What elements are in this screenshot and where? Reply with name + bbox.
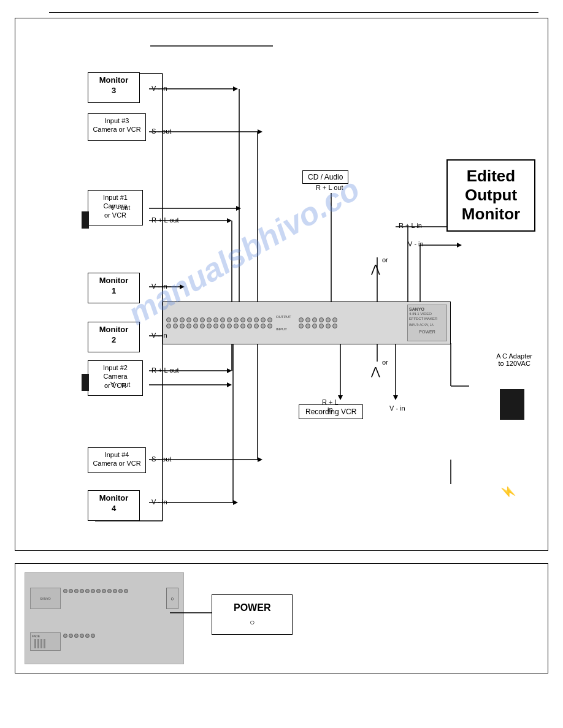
label-or1: or <box>382 256 388 264</box>
label-r-l-out-input1: R + L out <box>151 216 179 224</box>
input4-box: Input #4Camera or VCR <box>88 447 146 473</box>
vcr-indicator-1 <box>82 211 89 229</box>
monitor2-box: Monitor2 <box>88 322 140 352</box>
knob <box>166 324 171 328</box>
svg-marker-6 <box>236 206 241 211</box>
knob <box>326 324 331 328</box>
knob <box>193 324 198 328</box>
knob <box>180 324 185 328</box>
ac-adapter-label: A C Adapterto 120VAC <box>496 352 532 367</box>
knob <box>254 317 259 322</box>
power-plug-symbol: ⚡ <box>501 484 516 499</box>
knob <box>227 324 232 328</box>
label-v-in-monitor2: V - in <box>151 332 167 339</box>
knob-col-4 <box>186 317 191 328</box>
power-circle: ○ <box>234 617 270 627</box>
knob-col-6 <box>200 317 205 328</box>
label-s-out-input4: S - out <box>151 455 171 463</box>
knob <box>234 324 239 328</box>
knob <box>319 324 324 328</box>
knob-col-11 <box>234 317 239 328</box>
power-label: POWER <box>234 602 270 613</box>
ac-adapter-block <box>500 389 524 420</box>
knob <box>220 317 225 322</box>
label-v-out-input1: V - out <box>110 204 130 211</box>
knob-col-3 <box>180 317 185 328</box>
device-label-input: INPUT <box>276 327 291 331</box>
label-v-in-monitor4: V - in <box>151 498 167 506</box>
monitor1-box: Monitor1 <box>88 273 140 303</box>
knob <box>173 317 178 322</box>
knob <box>312 324 317 328</box>
page-container: manualsbhivo.co <box>0 0 563 728</box>
knob <box>207 324 212 328</box>
knob <box>213 317 218 322</box>
power-callout: POWER ○ <box>212 594 293 635</box>
label-or2: or <box>382 358 388 366</box>
knob <box>326 317 331 322</box>
svg-marker-34 <box>338 395 343 400</box>
knob <box>299 317 304 322</box>
input2-box: Input #2Cameraor VCR <box>88 360 143 396</box>
label-v-in-monitor1: V - in <box>151 282 167 290</box>
knob-col-8 <box>213 317 218 328</box>
knob <box>305 324 310 328</box>
device-label-output: OUTPUT <box>276 315 291 319</box>
label-v-in-recording: V - in <box>389 404 405 412</box>
svg-marker-14 <box>227 368 232 373</box>
label-r-l-in-recording: R + Lin <box>322 398 339 413</box>
knob <box>312 317 317 322</box>
svg-marker-8 <box>227 218 232 223</box>
knob <box>319 317 324 322</box>
svg-marker-29 <box>457 243 462 248</box>
monitor4-box: Monitor4 <box>88 490 140 521</box>
edited-output-monitor: EditedOutputMonitor <box>446 159 535 232</box>
knob <box>299 324 304 328</box>
ok-col-6 <box>332 317 337 328</box>
knob <box>173 324 178 328</box>
knob <box>247 317 252 322</box>
cd-audio-box: CD / Audio <box>302 170 348 184</box>
knob <box>186 324 191 328</box>
second-diagram: SANYO ○ <box>15 563 548 673</box>
knob <box>193 317 198 322</box>
label-v-in-edited: V - in <box>408 240 424 248</box>
input3-box: Input #3Camera or VCR <box>88 113 146 141</box>
svg-marker-4 <box>258 129 262 134</box>
label-r-l-in-edited: R + L in <box>399 222 422 229</box>
knob <box>186 317 191 322</box>
ok-col-3 <box>312 317 317 328</box>
device-brand: SANYO <box>409 306 445 312</box>
device-labels: OUTPUT INPUT <box>276 315 291 331</box>
ok-col-5 <box>326 317 331 328</box>
knob-col-15 <box>261 317 266 328</box>
ok-col-4 <box>319 317 324 328</box>
svg-marker-10 <box>180 284 185 289</box>
knob <box>305 317 310 322</box>
knob <box>234 317 239 322</box>
knob <box>261 317 266 322</box>
or-symbol-2: ⋀ <box>371 365 380 378</box>
knob <box>267 324 272 328</box>
knob <box>220 324 225 328</box>
knob <box>332 317 337 322</box>
device-power-label: POWER <box>409 329 445 335</box>
knob <box>200 317 205 322</box>
knob-col-14 <box>254 317 259 328</box>
monitor3-box: Monitor3 <box>88 72 140 103</box>
knob <box>200 324 205 328</box>
knob <box>261 324 266 328</box>
knob <box>180 317 185 322</box>
knob-col-2 <box>173 317 178 328</box>
svg-marker-16 <box>227 382 232 387</box>
knob <box>240 317 245 322</box>
knob-col-13 <box>247 317 252 328</box>
knob <box>227 317 232 322</box>
output-knobs <box>299 317 337 328</box>
vcr-indicator-2 <box>82 374 89 391</box>
knob <box>207 317 212 322</box>
or-symbol-1: ⋀ <box>371 262 380 276</box>
knob <box>267 317 272 322</box>
knob-col-12 <box>240 317 245 328</box>
knob-col-10 <box>227 317 232 328</box>
